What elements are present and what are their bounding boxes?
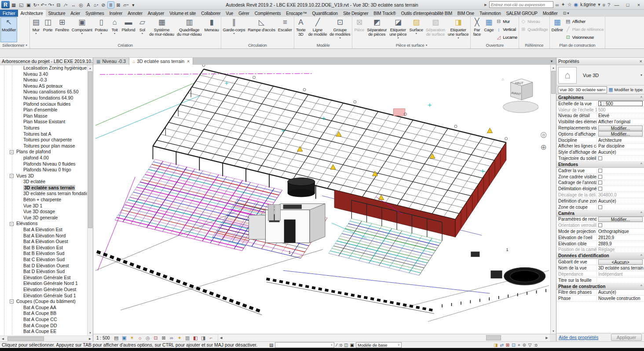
tree-item-plafonds-niveau-0-frigo[interactable]: Plafonds Niveau 0 frigo xyxy=(0,167,93,173)
composant-button[interactable]: ▣Composant▾ xyxy=(70,17,94,42)
checkbox[interactable] xyxy=(598,181,602,185)
panel-caption[interactable]: Référence xyxy=(520,42,549,48)
poteau-button[interactable]: ▯Poteau▾ xyxy=(94,17,109,42)
tree-item-plan-masse[interactable]: Plan Masse xyxy=(0,113,93,119)
tree-horizontal-scrollbar[interactable]: ◄ ► xyxy=(0,336,93,341)
property-value[interactable] xyxy=(597,187,644,191)
tree-item-plan-masse-existant[interactable]: Plan Masse Existant xyxy=(0,119,93,125)
tree-item-localisation-zoning-hygi-nique-niv[interactable]: Localisation Zoning hygiènique Niv xyxy=(0,65,93,71)
collapse-icon[interactable]: ^ xyxy=(640,96,642,100)
panel-caption[interactable]: Circulation xyxy=(222,42,293,48)
scrollbar-track[interactable] xyxy=(6,336,87,341)
visionneuse-button[interactable]: ⊡Visionneuse xyxy=(565,33,604,41)
close-icon[interactable]: × xyxy=(638,59,642,64)
property-value[interactable] xyxy=(597,169,644,173)
tag-icon[interactable]: ◎ xyxy=(77,1,84,8)
section-header-cam-ra[interactable]: Caméra^ xyxy=(556,211,644,217)
steering-wheel-icon[interactable]: ◎ xyxy=(540,130,547,139)
show-crop-icon[interactable]: ⊠ xyxy=(161,335,167,341)
aligned-dimension-icon[interactable]: ↔ xyxy=(70,1,77,8)
scrollbar-thumb[interactable] xyxy=(88,71,92,228)
sol-button[interactable]: ▱Sol▾ xyxy=(136,17,148,42)
worksets-icon[interactable]: ▤ xyxy=(269,343,273,347)
property-button[interactable]: Modifier... xyxy=(598,126,643,131)
tree-item-bat-a-coupe-ee[interactable]: Bat A Coupe EE xyxy=(0,329,93,335)
viewcube[interactable]: HAUT AVANT ⌂ xyxy=(502,77,538,113)
tree-item-el-vation-g-n-rale-ouest[interactable]: Elévation Générale Ouest xyxy=(0,287,93,293)
scroll-right-icon[interactable]: ► xyxy=(87,337,93,341)
checkbox[interactable] xyxy=(598,169,602,173)
etiqueter-une-surface-button[interactable]: ◨Etiqueter une surface▾ xyxy=(446,17,470,42)
tab-outils-d-interop-rabilit-bim[interactable]: Outils d'interopérabilité BIM xyxy=(399,10,455,17)
close-hidden-windows-icon[interactable]: ⊠ xyxy=(115,1,122,8)
switch-windows-icon[interactable]: ▱▾ xyxy=(122,1,129,8)
etiqueter-une-pi-ce-button[interactable]: ◪Etiqueter une pièce▾ xyxy=(388,17,408,42)
property-value[interactable]: Modifier... xyxy=(597,131,644,137)
search-input[interactable] xyxy=(489,1,553,8)
ribbon-display-toggle[interactable]: ⊡▾ xyxy=(560,10,572,17)
print-icon[interactable]: ⊟ xyxy=(55,1,62,8)
tab-enscape[interactable]: Enscape™ xyxy=(283,10,309,17)
property-button[interactable]: <Aucun> xyxy=(598,259,643,265)
tree-item-bat-a-coupe-cc[interactable]: Bat A Coupe CC xyxy=(0,317,93,323)
tree-item-plans-de-plafond[interactable]: −Plans de plafond xyxy=(0,149,93,155)
property-value[interactable]: Architecture xyxy=(597,138,644,143)
tab-site-designer[interactable]: Site Designer xyxy=(340,10,371,17)
scrollbar-thumb[interactable] xyxy=(486,335,501,340)
s-parateur-de-pi-ces-button[interactable]: ◩Séparateur de pièces xyxy=(366,17,388,42)
property-value[interactable]: Aucun(e) xyxy=(597,199,644,203)
type-preview[interactable]: ⌂ Vue 3D ▾ xyxy=(556,65,644,85)
property-value[interactable] xyxy=(597,156,644,160)
save-icon[interactable]: ▣ xyxy=(25,1,32,8)
crop-view-icon[interactable]: ⊡ xyxy=(153,335,159,341)
tree-item-niveau-3-40[interactable]: Niveau 3.40 xyxy=(0,71,93,78)
groupe-de-mod-les-button[interactable]: ⊡Groupe de modèles▾ xyxy=(328,17,351,42)
temporary-view-properties-icon[interactable]: ▥ xyxy=(184,335,191,341)
garde-corps-button[interactable]: ∥Garde-corps▾ xyxy=(222,17,247,42)
chevron-down-icon[interactable]: ▾ xyxy=(640,73,642,77)
search-icon[interactable]: ∞ xyxy=(556,2,559,7)
collapse-icon[interactable]: ^ xyxy=(640,284,642,288)
tree-item-toitures[interactable]: Toitures xyxy=(0,125,93,131)
panel-caption[interactable]: Pièce et surface▾ xyxy=(353,42,470,48)
tab-acier[interactable]: Acier xyxy=(68,10,83,17)
reveal-hidden-icon[interactable]: ✦ xyxy=(176,335,183,341)
tab-salem-group[interactable]: SALEM GROUP xyxy=(504,10,540,17)
tab-ins-rer[interactable]: Insérer xyxy=(106,10,125,17)
tab-structure[interactable]: Structure xyxy=(46,10,68,17)
rampe-d-acc-s-button[interactable]: ◺Rampe d'accès xyxy=(246,17,277,42)
sun-path-icon[interactable]: ☀ xyxy=(129,335,135,341)
modifier-button[interactable]: ↖Modifier xyxy=(0,17,17,42)
tab-volume-et-site[interactable]: Volume et site xyxy=(167,10,198,17)
scroll-left-icon[interactable]: ◄ xyxy=(218,336,224,340)
infocenter-collapse-icon[interactable]: ▸ xyxy=(484,2,487,7)
tree-item-3d-eclat-e-sans-terrain[interactable]: 3D eclatée sans terrain xyxy=(0,185,93,191)
canvas-horizontal-scrollbar[interactable]: ◄ ► xyxy=(218,334,556,341)
checkbox[interactable] xyxy=(598,156,602,160)
tab-bim-one[interactable]: BIM One xyxy=(455,10,477,17)
tree-item-bat-d-el-vation-sud[interactable]: Bat D Elévation Sud xyxy=(0,269,93,275)
tab-twinmotion[interactable]: Twinmotion xyxy=(477,10,504,17)
close-button[interactable]: × xyxy=(634,1,643,9)
tree-item-bat-a-el-vation-nord[interactable]: Bat A Elévation Nord xyxy=(0,233,93,239)
panel-caption[interactable]: Ouverture xyxy=(471,42,518,48)
property-value[interactable]: Modifier... xyxy=(597,126,644,131)
panel-caption[interactable]: Modèle xyxy=(295,42,351,48)
tree-item-vue-3d-generale[interactable]: Vue 3D generale xyxy=(0,215,93,221)
scroll-up-icon[interactable]: ▲ xyxy=(88,65,93,71)
view-tab-3d-eclat-e-sans-terrain[interactable]: ⌂3D eclatée sans terrain× xyxy=(129,58,193,65)
3d-model-viewport[interactable]: 1 1 HAUT AVANT ⌂ ◎⊕ xyxy=(93,65,550,334)
collapse-icon[interactable]: − xyxy=(10,174,14,178)
customize-qat-icon[interactable]: ▾ xyxy=(130,1,137,8)
property-value[interactable]: 28120,9 xyxy=(597,235,644,240)
property-value[interactable]: <Aucun> xyxy=(597,259,644,265)
temporary-hide-isolate-icon[interactable]: ∞ xyxy=(168,335,175,340)
pick-options-icon[interactable]: ▣ xyxy=(350,343,354,347)
property-value[interactable]: Modifier... xyxy=(597,217,644,222)
tree-item-toitures-bat-a[interactable]: Toitures bat A xyxy=(0,131,93,137)
afficher-button[interactable]: ▤Afficher xyxy=(565,18,604,25)
lock-3d-icon[interactable]: ⌐ xyxy=(208,335,215,340)
tab-quantification[interactable]: Quantification xyxy=(310,10,340,17)
property-button[interactable]: Modifier... xyxy=(598,217,643,222)
property-value[interactable]: Par discipline xyxy=(597,144,644,148)
